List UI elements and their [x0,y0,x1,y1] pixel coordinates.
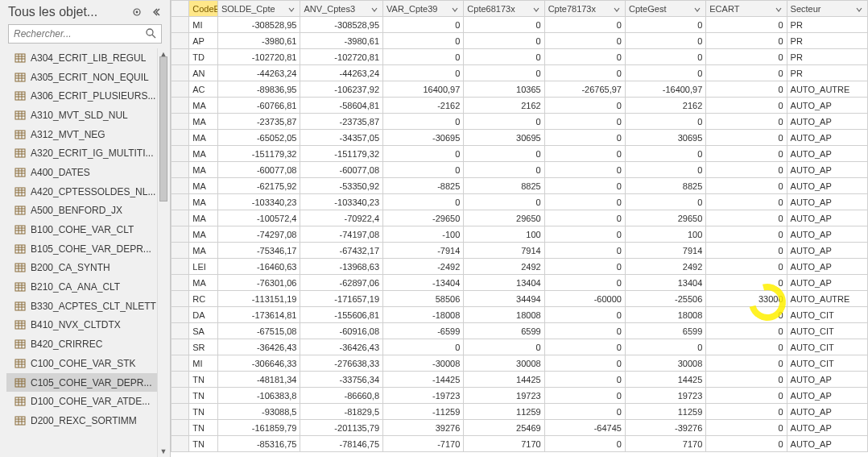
cell-var[interactable]: -6599 [383,323,464,339]
cell-solde[interactable]: -151179,32 [217,146,300,162]
nav-item[interactable]: B200_CA_SYNTH [6,259,165,278]
row-selector[interactable] [172,81,189,98]
cell-gest[interactable]: 6599 [625,323,705,339]
cell-code[interactable]: TN [189,388,218,404]
nav-item[interactable]: A420_CPTESSOLDES_NL... [6,182,165,201]
table-row[interactable]: RC-113151,19-171657,195850634494-60000-2… [172,291,868,307]
cell-sect[interactable]: AUTO_AP [787,210,867,226]
cell-var[interactable]: -8825 [383,178,464,194]
cell-var[interactable]: -29650 [383,210,464,226]
cell-anv[interactable]: -308528,95 [300,17,383,33]
cell-gest[interactable]: 0 [625,162,705,178]
table-row[interactable]: LEI-16460,63-13968,63-24922492024920AUTO… [172,259,868,275]
dropdown-icon[interactable] [288,5,296,13]
cell-code[interactable]: TN [189,372,218,388]
row-selector[interactable] [172,307,189,323]
cell-ecart[interactable]: 0 [706,130,787,146]
cell-var[interactable]: 0 [383,146,464,162]
cell-gest[interactable]: 2492 [625,259,705,275]
cell-gest[interactable]: 0 [625,17,705,33]
row-selector[interactable] [172,291,189,307]
cell-c78[interactable]: 0 [544,146,625,162]
cell-anv[interactable]: -86660,8 [300,388,383,404]
cell-solde[interactable]: -106383,8 [217,388,300,404]
cell-solde[interactable]: -44263,24 [217,65,300,81]
cell-var[interactable]: -7170 [383,436,464,452]
cell-c78[interactable]: 0 [544,307,625,323]
cell-c78[interactable]: 0 [544,210,625,226]
cell-sect[interactable]: AUTO_AUTRE [787,291,867,307]
row-selector[interactable] [172,162,189,178]
cell-gest[interactable]: 29650 [625,210,705,226]
cell-var[interactable]: 16400,97 [383,81,464,98]
cell-c78[interactable]: 0 [544,339,625,355]
cell-solde[interactable]: -85316,75 [217,436,300,452]
cell-sect[interactable]: AUTO_CIT [787,339,867,355]
nav-item[interactable]: A400_DATES [6,163,165,182]
cell-var[interactable]: 0 [383,49,464,65]
cell-var[interactable]: -2492 [383,259,464,275]
table-row[interactable]: MA-76301,06-62897,06-13404134040134040AU… [172,275,868,291]
row-selector[interactable] [172,420,189,436]
cell-anv[interactable]: -102720,81 [300,49,383,65]
cell-var[interactable]: -11259 [383,404,464,420]
cell-ecart[interactable]: 0 [706,339,787,355]
table-row[interactable]: TN-48181,34-33756,34-14425144250144250AU… [172,372,868,388]
cell-ecart[interactable]: 0 [706,355,787,372]
table-row[interactable]: TD-102720,81-102720,8100000PR [172,49,868,65]
cell-c78[interactable]: 0 [544,65,625,81]
cell-solde[interactable]: -89836,95 [217,81,300,98]
nav-item[interactable]: A320_ECRIT_IG_MULTITI... [6,143,165,163]
table-row[interactable]: AP-3980,61-3980,6100000PR [172,33,868,49]
cell-c78[interactable]: 0 [544,114,625,130]
cell-solde[interactable]: -36426,43 [217,339,300,355]
table-row[interactable]: MA-60077,08-60077,0800000AUTO_AP [172,162,868,178]
nav-item[interactable]: A305_ECRIT_NON_EQUIL [6,68,165,87]
table-row[interactable]: MA-100572,4-70922,4-29650296500296500AUT… [172,210,868,226]
cell-var[interactable]: -7914 [383,243,464,259]
cell-c68[interactable]: 6599 [464,323,544,339]
table-row[interactable]: TN-85316,75-78146,75-71707170071700AUTO_… [172,436,868,452]
cell-sect[interactable]: AUTO_AP [787,178,867,194]
table-row[interactable]: SA-67515,08-60916,08-65996599065990AUTO_… [172,323,868,339]
cell-var[interactable]: 0 [383,114,464,130]
cell-c78[interactable]: 0 [544,259,625,275]
cell-c78[interactable]: 0 [544,243,625,259]
nav-item[interactable]: A500_BENFORD_JX [6,201,165,221]
row-selector[interactable] [172,388,189,404]
cell-ecart[interactable]: 33000 [706,291,787,307]
search-input[interactable] [9,27,161,41]
row-selector[interactable] [172,146,189,162]
row-selector[interactable] [172,259,189,275]
cell-code[interactable]: MA [189,194,218,210]
row-selector[interactable] [172,339,189,355]
dropdown-icon[interactable] [694,5,702,13]
cell-anv[interactable]: -151179,32 [300,146,383,162]
cell-c68[interactable]: 0 [464,339,544,355]
dropdown-icon[interactable] [452,5,460,13]
cell-solde[interactable]: -100572,4 [217,210,300,226]
cell-c78[interactable]: 0 [544,388,625,404]
cell-var[interactable]: 0 [383,33,464,49]
cell-code[interactable]: TD [189,49,218,65]
nav-item[interactable]: C105_COHE_VAR_DEPR... [6,373,165,393]
cell-c68[interactable]: 7914 [464,243,544,259]
cell-solde[interactable]: -306646,33 [217,355,300,372]
cell-gest[interactable]: 14425 [625,372,705,388]
cell-code[interactable]: AC [189,81,218,98]
row-selector[interactable] [172,436,189,452]
cell-anv[interactable]: -60077,08 [300,162,383,178]
cell-code[interactable]: AP [189,33,218,49]
cell-sect[interactable]: AUTO_AP [787,226,867,243]
dropdown-icon[interactable] [775,5,783,13]
cell-code[interactable]: MA [189,146,218,162]
cell-c68[interactable]: 30008 [464,355,544,372]
cell-code[interactable]: MA [189,243,218,259]
scrollbar-thumb[interactable] [159,56,167,201]
table-row[interactable]: MA-62175,92-53350,92-88258825088250AUTO_… [172,178,868,194]
cell-solde[interactable]: -23735,87 [217,114,300,130]
cell-code[interactable]: MA [189,178,218,194]
cell-var[interactable]: 0 [383,339,464,355]
cell-ecart[interactable]: 0 [706,146,787,162]
nav-item[interactable]: A304_ECRIT_LIB_REGUL [6,48,165,68]
